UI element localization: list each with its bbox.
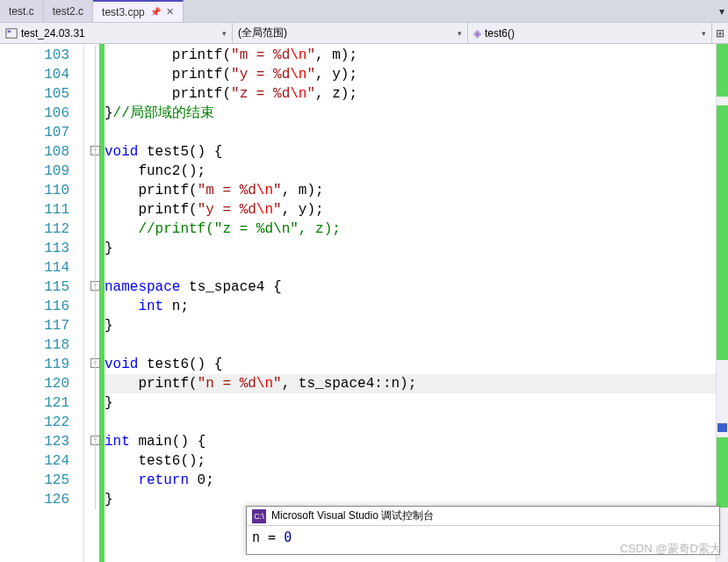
chevron-down-icon: ▾	[222, 29, 227, 38]
member-label: test6()	[485, 27, 515, 40]
change-mark	[717, 44, 728, 97]
project-dropdown[interactable]: test_24.03.31 ▾	[0, 23, 233, 43]
scope-label: (全局范围)	[238, 25, 287, 40]
console-titlebar[interactable]: C:\ Microsoft Visual Studio 调试控制台	[247, 507, 719, 526]
nav-bar: test_24.03.31 ▾ (全局范围) ▾ ◈ test6() ▾ ⊞	[0, 23, 728, 44]
member-dropdown[interactable]: ◈ test6() ▾	[468, 23, 712, 43]
code-line[interactable]: printf("m = %d\n", m);	[105, 46, 728, 65]
code-line[interactable]: printf("n = %d\n", ts_space4::n);	[105, 374, 728, 393]
change-mark	[717, 437, 728, 508]
chevron-down-icon: ▾	[702, 29, 706, 38]
method-icon: ◈	[473, 27, 481, 40]
code-editor[interactable]: 1031041051061071081091101111121131141151…	[0, 44, 728, 562]
change-mark	[717, 105, 728, 360]
dropdown-icon[interactable]: ▾	[719, 5, 724, 18]
line-number-gutter: 1031041051061071081091101111121131141151…	[0, 44, 83, 562]
chevron-down-icon: ▾	[458, 29, 462, 38]
code-line[interactable]: -void test6() {	[105, 355, 728, 374]
split-view-button[interactable]: ⊞	[712, 23, 728, 43]
code-line[interactable]: int n;	[105, 297, 728, 316]
vs-icon: C:\	[252, 509, 266, 523]
code-line[interactable]: printf("y = %d\n", y);	[105, 65, 728, 84]
cursor-mark	[717, 423, 727, 432]
project-label: test_24.03.31	[21, 27, 85, 40]
code-line[interactable]	[105, 413, 728, 432]
svg-rect-1	[8, 30, 11, 32]
code-line[interactable]	[105, 123, 728, 142]
scrollbar-track[interactable]	[716, 44, 728, 562]
svg-rect-0	[6, 28, 17, 38]
code-line[interactable]	[105, 335, 728, 355]
code-line[interactable]: -namespace ts_space4 {	[105, 277, 728, 297]
code-line[interactable]: }	[105, 239, 728, 258]
code-line[interactable]: }	[105, 316, 728, 335]
tab-test-c[interactable]: test.c	[0, 0, 44, 22]
code-line[interactable]	[105, 258, 728, 277]
close-icon[interactable]: ✕	[166, 6, 174, 18]
pin-icon[interactable]: 📌	[150, 7, 161, 17]
code-line[interactable]: -int main() {	[105, 432, 728, 451]
code-line[interactable]: }	[105, 393, 728, 413]
tab-test2-c[interactable]: test2.c	[44, 0, 93, 22]
code-area[interactable]: printf("m = %d\n", m); printf("y = %d\n"…	[105, 44, 728, 562]
code-line[interactable]: func2();	[105, 162, 728, 181]
code-line[interactable]: }//局部域的结束	[105, 104, 728, 123]
project-icon	[5, 27, 18, 40]
code-line[interactable]: test6();	[105, 451, 728, 471]
code-line[interactable]: //printf("z = %d\n", z);	[105, 220, 728, 239]
code-line[interactable]: printf("z = %d\n", z);	[105, 84, 728, 104]
scope-dropdown[interactable]: (全局范围) ▾	[233, 23, 468, 43]
code-line[interactable]: printf("m = %d\n", m);	[105, 181, 728, 200]
code-line[interactable]: -void test5() {	[105, 142, 728, 162]
tab-bar: test.c test2.c test3.cpp 📌 ✕ ▾	[0, 0, 728, 23]
tab-test3-cpp[interactable]: test3.cpp 📌 ✕	[93, 0, 184, 22]
outline-margin	[83, 44, 99, 562]
code-line[interactable]: printf("y = %d\n", y);	[105, 200, 728, 220]
code-line[interactable]: return 0;	[105, 471, 728, 490]
watermark-text: CSDN @蒙奇D索大	[620, 541, 721, 557]
console-title-text: Microsoft Visual Studio 调试控制台	[271, 508, 434, 523]
